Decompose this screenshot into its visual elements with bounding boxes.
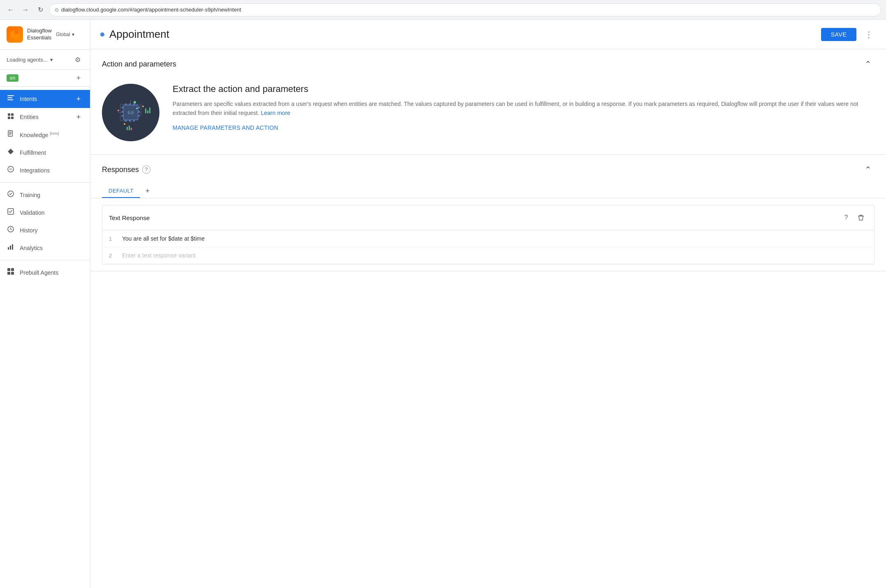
favicon-icon: ⊙: [55, 7, 59, 13]
sidebar-item-entities[interactable]: Entities +: [0, 108, 90, 126]
add-tab-button[interactable]: +: [142, 186, 153, 197]
sidebar-item-analytics[interactable]: Analytics: [0, 239, 90, 257]
brand-sub: Essentials: [27, 34, 52, 41]
svg-rect-46: [138, 115, 140, 117]
learn-more-link[interactable]: Learn more: [261, 110, 291, 116]
main-content: Appointment SAVE ⋮ Action and parameters…: [90, 20, 886, 588]
content-scroll[interactable]: Action and parameters ⌃: [90, 49, 886, 588]
save-button[interactable]: SAVE: [821, 28, 856, 41]
svg-rect-25: [11, 272, 14, 275]
svg-rect-45: [138, 111, 140, 113]
responses-help-icon[interactable]: ?: [142, 165, 150, 174]
collapse-responses-button[interactable]: ⌃: [861, 163, 874, 176]
svg-rect-24: [7, 272, 10, 275]
add-intent-button[interactable]: +: [74, 94, 83, 104]
sidebar-item-history[interactable]: History: [0, 221, 90, 239]
svg-rect-39: [129, 120, 131, 122]
extract-title: Extract the action and parameters: [173, 84, 874, 94]
analytics-icon: [7, 243, 15, 253]
sidebar-item-training[interactable]: Training: [0, 186, 90, 204]
sidebar-item-knowledge[interactable]: Knowledge [beta]: [0, 126, 90, 144]
sidebar-item-prebuilt[interactable]: Prebuilt Agents: [0, 264, 90, 281]
svg-rect-9: [11, 117, 14, 119]
svg-point-50: [142, 106, 144, 107]
svg-rect-7: [11, 113, 14, 116]
text-response-actions: ?: [840, 211, 868, 224]
sidebar-item-intents[interactable]: Intents +: [0, 90, 90, 108]
svg-rect-41: [122, 107, 123, 108]
text-response-header: Text Response ?: [102, 205, 874, 230]
tab-default[interactable]: DEFAULT: [102, 184, 140, 198]
reload-button[interactable]: ↻: [35, 4, 46, 16]
lang-row: en +: [0, 70, 90, 87]
validation-label: Validation: [20, 209, 83, 216]
svg-rect-55: [149, 108, 150, 113]
more-options-button[interactable]: ⋮: [861, 27, 876, 42]
response-text-1[interactable]: You are all set for $date at $time: [122, 235, 868, 242]
responses-section-header: Responses ? ⌃: [90, 155, 886, 184]
training-icon: [7, 190, 15, 200]
responses-section: Responses ? ⌃ DEFAULT + Text Response ?: [90, 155, 886, 271]
svg-rect-44: [138, 107, 140, 108]
dialogflow-logo: [7, 26, 23, 43]
svg-rect-6: [8, 113, 10, 116]
extract-illustration: {○}: [102, 84, 159, 141]
global-selector[interactable]: Global ▾: [56, 32, 74, 37]
svg-rect-36: [129, 103, 131, 105]
text-response-delete-button[interactable]: [854, 211, 868, 224]
svg-marker-14: [8, 149, 14, 154]
page-title: Appointment: [109, 28, 816, 41]
svg-rect-37: [133, 103, 135, 105]
circuit-image: {○}: [102, 84, 159, 141]
fulfillment-icon: [7, 148, 15, 157]
extract-description: Parameters are specific values extracted…: [173, 99, 874, 118]
response-placeholder-2[interactable]: Enter a text response variant: [122, 252, 868, 259]
collapse-action-button[interactable]: ⌃: [861, 57, 874, 71]
action-parameters-title: Action and parameters: [102, 60, 176, 69]
agent-selector-row: Loading agents... ▾ ⚙: [0, 50, 90, 70]
responses-title: Responses ?: [102, 165, 150, 174]
back-button[interactable]: ←: [5, 4, 16, 16]
text-response-help-button[interactable]: ?: [840, 211, 853, 224]
action-parameters-body: {○}: [90, 79, 886, 154]
svg-rect-40: [133, 120, 135, 122]
entities-label: Entities: [20, 114, 69, 120]
sidebar-item-fulfillment[interactable]: Fulfillment: [0, 144, 90, 161]
svg-rect-56: [127, 127, 128, 130]
svg-rect-5: [7, 99, 13, 100]
prebuilt-icon: [7, 268, 15, 277]
address-bar[interactable]: ⊙ dialogflow.cloud.google.com/#/agent/ap…: [49, 3, 881, 16]
text-response-title: Text Response: [109, 214, 150, 221]
intent-status-dot: [100, 32, 104, 37]
forward-button[interactable]: →: [20, 4, 31, 16]
sidebar-item-validation[interactable]: Validation: [0, 204, 90, 221]
svg-point-52: [124, 123, 125, 125]
add-entity-button[interactable]: +: [74, 112, 83, 122]
knowledge-icon: [7, 130, 15, 140]
manage-parameters-link[interactable]: MANAGE PARAMETERS AND ACTION: [173, 124, 278, 131]
sidebar-item-integrations[interactable]: Integrations: [0, 161, 90, 179]
sidebar-divider-2: [0, 260, 90, 260]
action-parameters-header[interactable]: Action and parameters ⌃: [90, 49, 886, 79]
svg-rect-53: [145, 108, 146, 113]
fulfillment-label: Fulfillment: [20, 149, 83, 156]
add-language-button[interactable]: +: [74, 73, 83, 83]
svg-rect-35: [125, 103, 127, 105]
svg-rect-13: [9, 134, 11, 135]
sidebar: Dialogflow Essentials Global ▾ Loading a…: [0, 20, 90, 588]
url-text: dialogflow.cloud.google.com/#/agent/appo…: [61, 7, 241, 13]
sidebar-divider-1: [0, 182, 90, 183]
app-layout: Dialogflow Essentials Global ▾ Loading a…: [0, 20, 886, 588]
svg-rect-4: [7, 97, 12, 98]
svg-rect-57: [129, 126, 130, 130]
svg-rect-11: [9, 132, 12, 133]
validation-icon: [7, 208, 15, 217]
agent-dropdown[interactable]: Loading agents... ▾: [7, 57, 53, 63]
row-number-2: 2: [109, 253, 122, 259]
chevron-down-icon: ▾: [50, 57, 53, 63]
svg-rect-3: [7, 95, 14, 96]
svg-point-49: [136, 108, 138, 109]
settings-button[interactable]: ⚙: [72, 54, 83, 65]
svg-point-51: [118, 110, 119, 111]
intents-label: Intents: [20, 96, 69, 102]
